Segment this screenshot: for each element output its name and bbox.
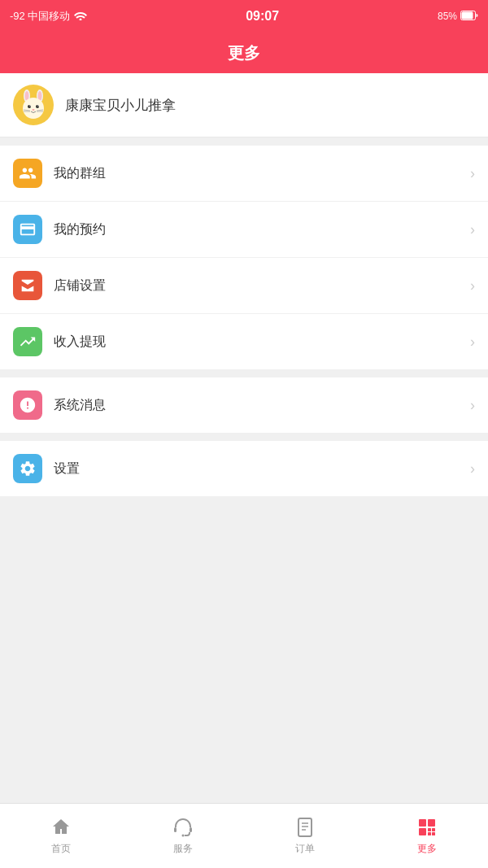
- more-icon: [416, 816, 438, 839]
- menu-label-income: 收入提现: [54, 334, 470, 351]
- menu-icon-message: [13, 390, 42, 420]
- menu-group-1: 我的群组 › 我的预约 › 店铺设置 ›: [0, 146, 488, 369]
- menu-group-3: 设置 ›: [0, 441, 488, 496]
- tab-service-label: 服务: [173, 842, 193, 856]
- svg-rect-25: [428, 819, 435, 827]
- tab-home[interactable]: 首页: [0, 804, 122, 868]
- menu-item-my-booking[interactable]: 我的预约 ›: [0, 202, 488, 258]
- svg-rect-28: [432, 828, 435, 831]
- svg-rect-20: [298, 818, 312, 836]
- tab-bar: 首页 服务 订单: [0, 803, 488, 868]
- battery-icon: [460, 11, 478, 23]
- svg-rect-1: [461, 11, 473, 19]
- svg-rect-18: [190, 827, 192, 832]
- arrow-icon-message: ›: [470, 397, 475, 414]
- svg-point-7: [23, 98, 44, 119]
- profile-section[interactable]: 康康宝贝小儿推拿: [0, 73, 488, 137]
- status-time: 09:07: [246, 9, 279, 24]
- menu-label-settings: 设置: [54, 460, 470, 478]
- menu-icon-income: [13, 327, 42, 356]
- home-icon: [50, 816, 72, 839]
- menu-item-shop-settings[interactable]: 店铺设置 ›: [0, 258, 488, 314]
- arrow-icon-shop: ›: [470, 277, 475, 294]
- menu-label-system-message: 系统消息: [54, 397, 470, 414]
- menu-item-income[interactable]: 收入提现 ›: [0, 314, 488, 369]
- menu-icon-settings: [13, 454, 42, 483]
- battery-percent: 85%: [438, 11, 457, 22]
- wifi-icon: [74, 11, 87, 23]
- svg-rect-30: [432, 832, 435, 835]
- menu-icon-booking: [13, 215, 42, 244]
- arrow-icon-settings: ›: [470, 460, 475, 478]
- svg-point-11: [37, 105, 38, 106]
- tab-more[interactable]: 更多: [366, 804, 488, 868]
- svg-rect-24: [419, 819, 426, 827]
- menu-item-settings[interactable]: 设置 ›: [0, 441, 488, 496]
- tab-orders[interactable]: 订单: [244, 804, 366, 868]
- menu-label-booking: 我的预约: [54, 221, 470, 238]
- menu-group-2: 系统消息 ›: [0, 377, 488, 433]
- signal-text: -92 中国移动: [10, 9, 70, 24]
- page-title: 更多: [228, 42, 260, 64]
- avatar: [13, 85, 54, 125]
- orders-icon: [294, 816, 316, 839]
- tab-more-label: 更多: [417, 842, 437, 856]
- menu-icon-groups: [13, 159, 42, 188]
- profile-name: 康康宝贝小儿推拿: [65, 96, 176, 115]
- status-battery-area: 85%: [438, 11, 478, 23]
- svg-rect-26: [419, 828, 426, 835]
- service-icon: [172, 816, 194, 839]
- arrow-icon-booking: ›: [470, 221, 475, 238]
- svg-rect-29: [428, 832, 431, 835]
- svg-point-19: [182, 835, 185, 837]
- menu-item-system-message[interactable]: 系统消息 ›: [0, 377, 488, 433]
- menu-label-shop: 店铺设置: [54, 277, 470, 294]
- arrow-icon-income: ›: [470, 334, 475, 351]
- tab-orders-label: 订单: [295, 842, 315, 856]
- arrow-icon-groups: ›: [470, 165, 475, 182]
- menu-item-my-groups[interactable]: 我的群组 ›: [0, 146, 488, 202]
- tab-service[interactable]: 服务: [122, 804, 244, 868]
- page-header: 更多: [0, 33, 488, 73]
- status-bar: -92 中国移动 09:07 85%: [0, 0, 488, 33]
- svg-rect-27: [428, 828, 431, 831]
- menu-icon-shop: [13, 271, 42, 300]
- svg-rect-17: [174, 827, 176, 832]
- menu-label-groups: 我的群组: [54, 165, 470, 182]
- tab-home-label: 首页: [51, 842, 71, 856]
- svg-point-10: [29, 105, 30, 106]
- main-content: 康康宝贝小儿推拿 我的群组 › 我的预约 ›: [0, 73, 488, 496]
- svg-point-12: [33, 109, 35, 111]
- status-signal: -92 中国移动: [10, 9, 87, 24]
